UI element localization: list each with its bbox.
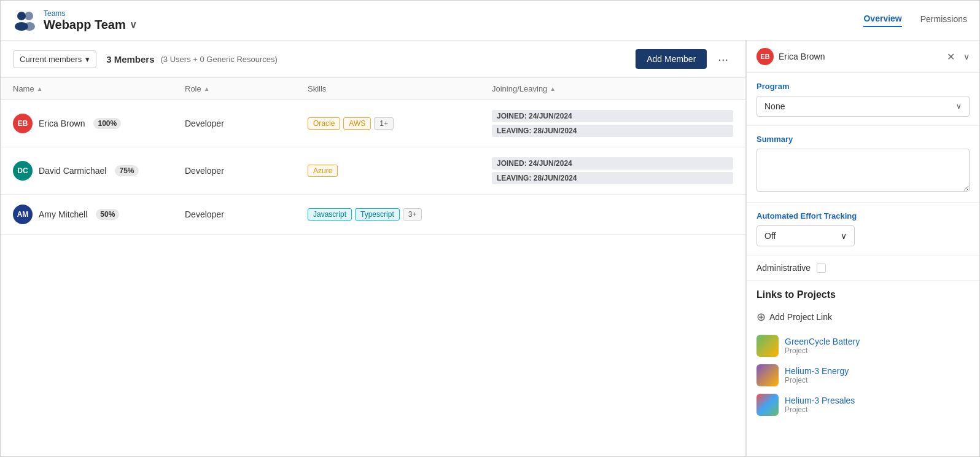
joined-badge: JOINED: 24/JUN/2024 (492, 157, 733, 170)
role-cell: Developer (185, 209, 308, 219)
table-row: EB Erica Brown 100% Developer OracleAWS1… (1, 100, 745, 147)
panel-header: EB Erica Brown ✕ ∨ (747, 41, 979, 73)
administrative-checkbox[interactable] (817, 264, 826, 273)
project-info: Helium-3 Presales Project (785, 396, 855, 414)
table-row: AM Amy Mitchell 50% Developer Javascript… (1, 195, 745, 235)
skills-cell: JavascriptTypescript3+ (308, 208, 492, 221)
dropdown-label: Current members (20, 55, 82, 64)
panel-close-button[interactable]: ✕ (943, 50, 959, 64)
project-name[interactable]: Helium-3 Energy (785, 366, 849, 376)
svg-point-1 (25, 12, 33, 20)
teams-label: Teams (44, 9, 137, 18)
project-info: GreenCycle Battery Project (785, 337, 860, 355)
sort-name-icon: ▲ (37, 85, 43, 92)
effort-tracking-section: Automated Effort Tracking Off ∨ (747, 203, 979, 256)
member-name[interactable]: Amy Mitchell (39, 209, 87, 219)
avatar: EB (13, 114, 33, 133)
skill-tag: Azure (308, 165, 338, 177)
member-name-cell: AM Amy Mitchell 50% (13, 205, 185, 224)
role-cell: Developer (185, 166, 308, 176)
project-type: Project (785, 376, 849, 385)
project-icon (756, 394, 779, 416)
member-name-cell: EB Erica Brown 100% (13, 114, 185, 133)
program-value: None (764, 101, 785, 111)
project-name[interactable]: Helium-3 Presales (785, 396, 855, 405)
panel-user-name: Erica Brown (779, 52, 938, 61)
project-link-item: GreenCycle Battery Project (756, 335, 970, 357)
left-panel: Current members ▾ 3 Members (3 Users + 0… (1, 41, 746, 456)
project-link-item: Helium-3 Energy Project (756, 364, 970, 386)
administrative-section: Administrative (747, 256, 979, 281)
team-name-chevron-icon: ∨ (130, 19, 137, 31)
links-title: Links to Projects (756, 289, 970, 300)
header-skills: Skills (308, 84, 492, 93)
administrative-label: Administrative (756, 263, 811, 273)
leaving-badge: LEAVING: 28/JUN/2024 (492, 125, 733, 137)
skill-tag: Typescript (355, 208, 400, 221)
sort-joining-icon: ▲ (550, 85, 556, 92)
summary-textarea[interactable] (756, 149, 970, 192)
svg-point-0 (17, 12, 26, 20)
leaving-badge: LEAVING: 28/JUN/2024 (492, 172, 733, 184)
sort-role-icon: ▲ (204, 85, 210, 92)
skill-tag: Oracle (308, 117, 340, 130)
nav-permissions[interactable]: Permissions (920, 14, 967, 26)
project-info: Helium-3 Energy Project (785, 366, 849, 385)
right-panel: EB Erica Brown ✕ ∨ Program None ∨ Summar… (746, 41, 979, 456)
project-type: Project (785, 405, 855, 414)
nav-overview[interactable]: Overview (863, 14, 901, 27)
members-subtitle: (3 Users + 0 Generic Resources) (161, 55, 278, 64)
program-chevron-icon: ∨ (956, 102, 962, 111)
effort-tracking-dropdown[interactable]: Off ∨ (756, 225, 855, 246)
members-count: 3 Members (106, 54, 154, 64)
skill-tag: 1+ (374, 117, 394, 130)
member-percentage: 50% (96, 209, 119, 220)
member-name-cell: DC David Carmichael 75% (13, 161, 185, 181)
summary-label: Summary (756, 135, 970, 144)
skill-tag: 3+ (403, 208, 422, 221)
skills-cell: Azure (308, 165, 492, 177)
role-cell: Developer (185, 119, 308, 128)
project-name[interactable]: GreenCycle Battery (785, 337, 860, 346)
skill-tag: AWS (343, 117, 371, 130)
add-member-button[interactable]: Add Member (636, 49, 707, 69)
summary-section: Summary (747, 126, 979, 203)
table-header: Name ▲ Role ▲ Skills Joining/Leaving ▲ (1, 78, 745, 100)
header-role[interactable]: Role ▲ (185, 84, 308, 93)
add-link-label: Add Project Link (769, 312, 832, 322)
program-section: Program None ∨ (747, 73, 979, 126)
top-nav: Overview Permissions (863, 14, 967, 27)
project-icon (756, 364, 779, 386)
program-dropdown[interactable]: None ∨ (756, 96, 970, 117)
header-joining-leaving[interactable]: Joining/Leaving ▲ (492, 84, 733, 93)
member-percentage: 75% (115, 165, 138, 176)
table-row: DC David Carmichael 75% Developer Azure … (1, 147, 745, 195)
program-label: Program (756, 82, 970, 91)
effort-tracking-label: Automated Effort Tracking (756, 211, 970, 221)
teams-logo-icon (13, 8, 37, 33)
panel-user-avatar: EB (756, 48, 774, 65)
member-name[interactable]: Erica Brown (39, 119, 85, 128)
project-type: Project (785, 346, 860, 355)
project-icon (756, 335, 779, 357)
header-name[interactable]: Name ▲ (13, 84, 185, 93)
panel-collapse-button[interactable]: ∨ (963, 52, 970, 61)
current-members-dropdown[interactable]: Current members ▾ (13, 50, 96, 68)
more-options-button[interactable]: ··· (713, 50, 733, 69)
links-section: Links to Projects ⊕ Add Project Link Gre… (747, 281, 979, 432)
skill-tag: Javascript (308, 208, 352, 221)
joining-cell: JOINED: 24/JUN/2024 LEAVING: 28/JUN/2024 (492, 157, 733, 184)
table-rows-container: EB Erica Brown 100% Developer OracleAWS1… (1, 100, 745, 235)
member-percentage: 100% (93, 118, 121, 129)
team-name[interactable]: Webapp Team ∨ (44, 18, 137, 32)
effort-tracking-value: Off (764, 231, 776, 241)
avatar: DC (13, 161, 33, 181)
skills-cell: OracleAWS1+ (308, 117, 492, 130)
add-link-icon: ⊕ (756, 310, 766, 324)
effort-chevron-icon: ∨ (841, 231, 847, 241)
svg-point-3 (24, 22, 35, 31)
project-links-container: GreenCycle Battery Project Helium-3 Ener… (756, 335, 970, 416)
dropdown-chevron-icon: ▾ (85, 55, 90, 64)
member-name[interactable]: David Carmichael (39, 166, 106, 176)
add-project-link-button[interactable]: ⊕ Add Project Link (756, 308, 832, 326)
